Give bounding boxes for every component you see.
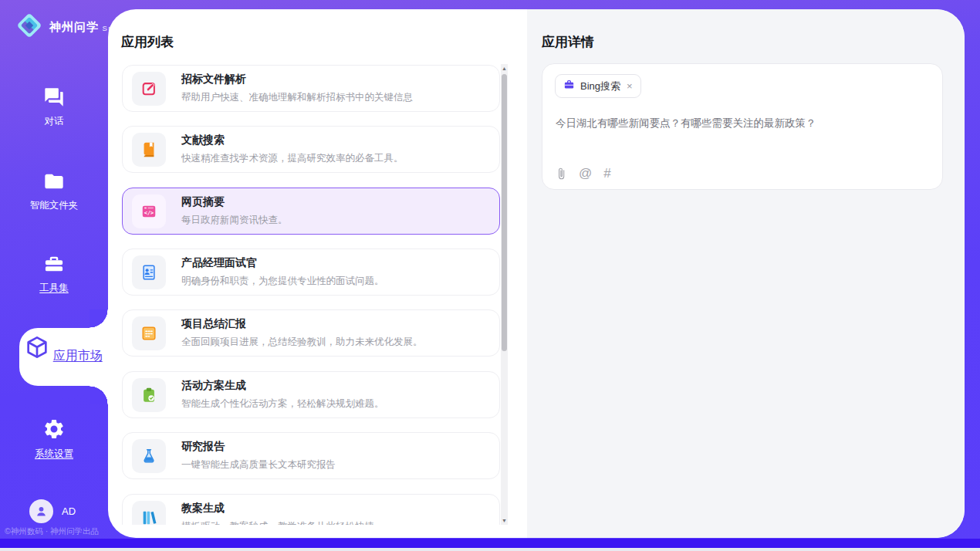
main-content: 应用列表 招标文件解析 帮助用户快速、准确地理解和解析招标书中的关键信息: [108, 9, 965, 538]
user-account[interactable]: AD: [29, 499, 76, 523]
app-description: 智能生成个性化活动方案，轻松解决规划难题。: [181, 397, 384, 411]
clipboard-check-icon: [132, 378, 166, 412]
app-card-lesson-plan[interactable]: 教案生成 模板驱动，教案秒成，教学准备从此轻松快捷: [122, 494, 500, 525]
app-card-project-summary[interactable]: 项目总结汇报 全面回顾项目进展，总结经验教训，助力未来优化发展。: [122, 309, 500, 357]
app-card-web-summary-selected[interactable]: </> 网页摘要 每日政府新闻资讯快查。: [122, 188, 500, 235]
prompt-card: Bing搜索 × 今日湖北有哪些新闻要点？有哪些需要关注的最新政策？ @ #: [542, 63, 943, 190]
app-description: 快速精准查找学术资源，提高研究效率的必备工具。: [181, 152, 404, 165]
toolbox-icon: [43, 264, 65, 277]
app-description: 明确身份和职责，为您提供专业性的面试问题。: [181, 275, 384, 288]
app-card-literature-search[interactable]: 文献搜索 快速精准查找学术资源，提高研究效率的必备工具。: [122, 126, 500, 173]
app-name: 活动方案生成: [181, 379, 384, 393]
sidebar-item-label: 对话: [0, 115, 108, 128]
app-list: 招标文件解析 帮助用户快速、准确地理解和解析招标书中的关键信息 文献搜索 快速精…: [122, 56, 500, 525]
app-window: 神州问学 Smart Vision 对话 智能文件夹 工具集: [0, 0, 980, 551]
hash-icon[interactable]: #: [603, 166, 610, 181]
app-name: 产品经理面试官: [181, 256, 384, 270]
app-card-pm-interviewer[interactable]: 产品经理面试官 明确身份和职责，为您提供专业性的面试问题。: [122, 248, 500, 296]
folder-icon: [43, 181, 65, 194]
footer-accent-bar: [0, 539, 980, 548]
app-card-research-report[interactable]: 研究报告 一键智能生成高质量长文本研究报告: [122, 432, 500, 479]
sidebar-item-app-market[interactable]: 应用市场: [19, 328, 108, 386]
sidebar-item-label: 智能文件夹: [0, 199, 108, 212]
book-icon: [132, 133, 166, 167]
sidebar-item-settings[interactable]: 系统设置: [0, 417, 108, 461]
sidebar-item-label: 工具集: [0, 282, 108, 295]
sidebar-item-toolset[interactable]: 工具集: [0, 253, 108, 295]
brand-name: 神州问学: [49, 20, 99, 33]
active-tab-fillet-top: [90, 309, 108, 328]
app-description: 模板驱动，教案秒成，教学准备从此轻松快捷: [181, 520, 374, 525]
footer-edge-strip: [0, 548, 980, 551]
app-name: 文献搜索: [181, 134, 404, 147]
edit-document-icon: [132, 72, 166, 106]
mention-icon[interactable]: @: [579, 166, 592, 181]
app-detail-panel: 应用详情 Bing搜索 × 今日湖北有哪些新闻要点？有哪些需要关注的最新政策？: [527, 9, 965, 538]
scroll-up-icon[interactable]: ▲: [501, 64, 508, 73]
app-card-event-plan[interactable]: 活动方案生成 智能生成个性化活动方案，轻松解决规划难题。: [122, 371, 500, 418]
scroll-down-icon[interactable]: ▼: [501, 516, 508, 525]
books-icon: [132, 501, 166, 526]
avatar: [29, 499, 53, 523]
app-name: 招标文件解析: [181, 73, 413, 86]
app-description: 全面回顾项目进展，总结经验教训，助力未来优化发展。: [181, 336, 423, 349]
cube-icon: [25, 349, 52, 362]
web-code-icon: </>: [132, 194, 166, 228]
app-list-scrollbar[interactable]: ▲ ▼: [501, 64, 508, 525]
flask-icon: [132, 439, 166, 473]
user-initials: AD: [62, 505, 76, 517]
app-name: 项目总结汇报: [181, 317, 423, 331]
brand-diamond-logo-icon: [14, 10, 45, 44]
svg-text:</>: </>: [144, 210, 154, 216]
scrollbar-thumb[interactable]: [502, 74, 507, 351]
close-icon[interactable]: ×: [627, 80, 633, 92]
sidebar-item-label: 系统设置: [0, 448, 108, 461]
sidebar-item-label: 应用市场: [53, 349, 103, 362]
tool-chip-label: Bing搜索: [580, 79, 620, 93]
prompt-input[interactable]: 今日湖北有哪些新闻要点？有哪些需要关注的最新政策？: [556, 117, 926, 130]
chat-icon: [43, 97, 65, 110]
app-description: 每日政府新闻资讯快查。: [181, 214, 288, 227]
app-list-title: 应用列表: [121, 33, 174, 51]
note-icon: [132, 316, 166, 350]
gear-icon: [42, 430, 66, 443]
active-tab-fillet-bottom: [90, 386, 108, 404]
paperclip-icon[interactable]: [555, 166, 568, 181]
app-detail-title: 应用详情: [542, 33, 594, 51]
app-name: 教案生成: [181, 502, 374, 516]
sidebar-item-smart-folder[interactable]: 智能文件夹: [0, 171, 108, 212]
app-description: 帮助用户快速、准确地理解和解析招标书中的关键信息: [181, 91, 413, 104]
app-name: 研究报告: [181, 440, 336, 454]
tool-chip-bing-search[interactable]: Bing搜索 ×: [555, 74, 641, 98]
sidebar-item-chat[interactable]: 对话: [0, 86, 108, 128]
copyright-text: ©神州数码 · 神州问学出品: [5, 526, 128, 537]
attachment-toolbar: @ #: [555, 166, 623, 181]
interview-doc-icon: [132, 255, 166, 289]
briefcase-icon: [563, 79, 575, 93]
app-card-bid-parsing[interactable]: 招标文件解析 帮助用户快速、准确地理解和解析招标书中的关键信息: [122, 65, 500, 112]
app-name: 网页摘要: [181, 195, 288, 209]
app-description: 一键智能生成高质量长文本研究报告: [181, 458, 336, 472]
